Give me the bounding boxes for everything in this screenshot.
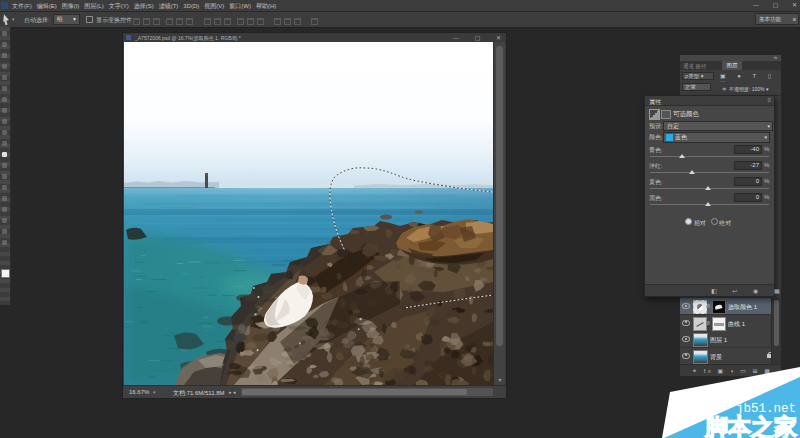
svg-text:脚本之家: 脚本之家 bbox=[704, 414, 797, 438]
